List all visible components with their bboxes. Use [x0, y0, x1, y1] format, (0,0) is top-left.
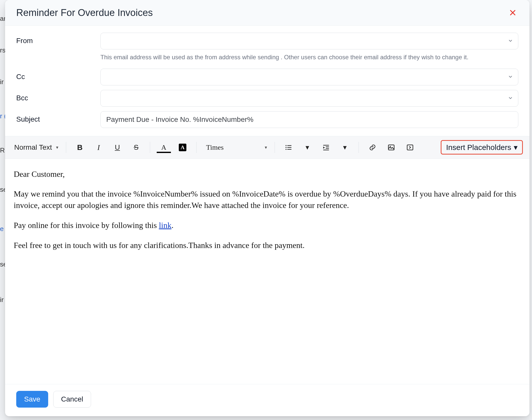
svg-rect-6 [323, 145, 329, 146]
editor-closing: Feel free to get in touch with us for an… [14, 240, 521, 251]
bg-color-icon: A [179, 144, 186, 151]
save-button[interactable]: Save [16, 391, 48, 408]
svg-rect-12 [407, 145, 413, 150]
bg-text: ir [0, 78, 4, 86]
caret-down-icon: ▾ [56, 145, 58, 150]
email-form: From This email address will be used as … [5, 26, 529, 136]
bg-text: rs [0, 46, 6, 54]
text-style-label: Normal Text [14, 143, 52, 151]
email-body-editor[interactable]: Dear Customer, May we remind you that th… [5, 159, 529, 384]
bullet-list-icon [285, 144, 292, 151]
editor-body1: May we remind you that the invoice %Invo… [14, 188, 521, 211]
close-button[interactable] [507, 7, 518, 18]
code-view-button[interactable] [401, 140, 419, 155]
bcc-select[interactable] [100, 90, 518, 107]
subject-input-wrap [100, 111, 518, 128]
editor-toolbar: Normal Text ▾ B I U S A A Times [5, 136, 529, 159]
bg-color-button[interactable]: A [174, 140, 191, 155]
bcc-label: Bcc [16, 90, 92, 102]
modal-footer: Save Cancel [5, 384, 529, 416]
svg-rect-1 [287, 145, 291, 146]
font-color-indicator [157, 152, 171, 153]
font-family-label: Times [206, 143, 224, 151]
chevron-down-icon [508, 94, 513, 102]
bg-text: e [0, 225, 4, 233]
underline-button[interactable]: U [109, 140, 126, 155]
caret-down-icon: ▾ [265, 145, 267, 150]
bold-button[interactable]: B [71, 140, 88, 155]
svg-point-11 [390, 146, 391, 147]
svg-rect-5 [287, 149, 291, 150]
modal-body: From This email address will be used as … [5, 26, 529, 384]
toolbar-separator [196, 142, 197, 153]
link-icon [369, 144, 376, 151]
svg-rect-9 [323, 149, 329, 150]
insert-placeholders-button[interactable]: Insert Placeholders ▾ [441, 140, 523, 155]
indent-options-button[interactable]: ▾ [336, 140, 353, 155]
insert-image-button[interactable] [383, 140, 400, 155]
modal-header: Reminder For Overdue Invoices [5, 0, 529, 26]
caret-down-icon: ▾ [343, 143, 347, 151]
image-icon [387, 144, 395, 151]
bg-text: ir [0, 296, 4, 304]
from-select[interactable] [100, 33, 518, 49]
pay-link[interactable]: link [159, 221, 171, 230]
toolbar-separator [66, 142, 66, 153]
svg-point-4 [286, 149, 287, 150]
svg-rect-7 [326, 146, 329, 147]
indent-button[interactable] [317, 140, 335, 155]
code-icon [406, 144, 414, 151]
toolbar-separator [359, 142, 359, 153]
svg-point-2 [286, 147, 287, 148]
reminder-modal: Reminder For Overdue Invoices From [5, 0, 529, 416]
insert-link-button[interactable] [364, 140, 381, 155]
from-label: From [16, 33, 92, 45]
caret-down-icon: ▾ [306, 143, 309, 151]
cancel-button[interactable]: Cancel [53, 391, 91, 408]
editor-pay-line: Pay online for this invoice by following… [14, 220, 521, 231]
svg-rect-3 [287, 147, 291, 148]
insert-placeholders-label: Insert Placeholders [446, 143, 511, 152]
svg-rect-8 [326, 148, 329, 149]
subject-input[interactable] [106, 115, 513, 124]
toolbar-separator [275, 142, 275, 153]
close-icon [509, 9, 517, 16]
subject-label: Subject [16, 111, 92, 123]
pay-suffix: . [171, 221, 173, 230]
strikethrough-button[interactable]: S [128, 140, 145, 155]
text-style-dropdown[interactable]: Normal Text ▾ [12, 140, 61, 155]
cc-label: Cc [16, 69, 92, 81]
editor-greeting: Dear Customer, [14, 168, 521, 180]
toolbar-separator [150, 142, 150, 153]
list-options-button[interactable]: ▾ [299, 140, 316, 155]
chevron-down-icon [508, 73, 513, 81]
caret-down-icon: ▾ [514, 143, 518, 152]
bullet-list-button[interactable] [280, 140, 297, 155]
indent-icon [322, 144, 330, 151]
font-family-dropdown[interactable]: Times ▾ [202, 140, 270, 155]
from-hint: This email address will be used as the f… [100, 53, 518, 62]
modal-title: Reminder For Overdue Invoices [16, 7, 153, 18]
cc-select[interactable] [100, 69, 518, 85]
italic-button[interactable]: I [90, 140, 107, 155]
chevron-down-icon [508, 37, 513, 45]
svg-point-0 [286, 145, 287, 146]
pay-prefix: Pay online for this invoice by following… [14, 221, 159, 230]
font-color-button[interactable]: A [155, 140, 172, 155]
